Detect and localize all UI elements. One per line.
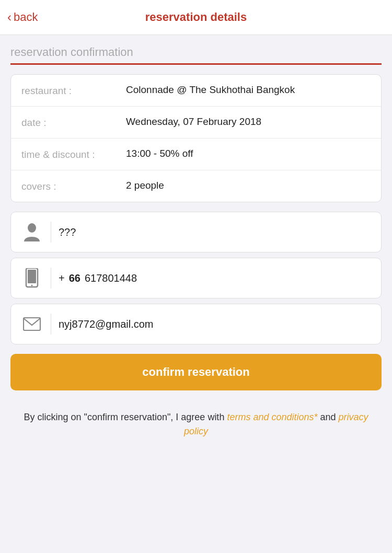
email-value: nyj8772@gmail.com (59, 318, 372, 330)
time-row: time & discount : 13:00 - 50% off (11, 139, 381, 170)
reservation-details-card: restaurant : Colonnade @ The Sukhothai B… (10, 74, 382, 202)
icon-divider (51, 314, 51, 335)
phone-plus: + (59, 272, 65, 284)
covers-label: covers : (21, 180, 126, 192)
name-value: ??? (59, 226, 372, 238)
covers-value: 2 people (126, 180, 371, 191)
restaurant-label: restaurant : (21, 84, 126, 97)
section-header: reservation confirmation (0, 35, 392, 63)
time-value: 13:00 - 50% off (126, 148, 371, 159)
time-label: time & discount : (21, 148, 126, 160)
date-label: date : (21, 116, 126, 129)
covers-row: covers : 2 people (11, 170, 381, 202)
icon-divider (51, 222, 51, 243)
footer: By clicking on "confirm reservation", I … (0, 400, 392, 454)
date-value: Wednesday, 07 February 2018 (126, 116, 371, 128)
svg-point-0 (28, 223, 36, 233)
back-button[interactable]: ‹ back (7, 10, 38, 25)
svg-point-3 (31, 285, 33, 286)
section-label: reservation confirmation (10, 45, 133, 59)
restaurant-row: restaurant : Colonnade @ The Sukhothai B… (11, 75, 381, 107)
date-row: date : Wednesday, 07 February 2018 (11, 107, 381, 139)
header: ‹ back reservation details (0, 0, 392, 35)
page-title: reservation details (145, 10, 247, 24)
red-divider (10, 63, 382, 65)
back-chevron-icon: ‹ (7, 10, 11, 25)
confirm-button-label: confirm reservation (142, 365, 249, 378)
confirm-reservation-button[interactable]: confirm reservation (10, 354, 382, 390)
footer-text-before: By clicking on "confirm reservation", I … (24, 412, 227, 422)
phone-card[interactable]: + 66 617801448 (10, 258, 382, 298)
phone-row: + 66 617801448 (59, 272, 137, 284)
person-icon (20, 221, 43, 244)
phone-icon (20, 267, 43, 290)
restaurant-value: Colonnade @ The Sukhothai Bangkok (126, 84, 371, 96)
email-icon (20, 313, 43, 336)
footer-text-middle: and (317, 412, 338, 422)
icon-divider (51, 268, 51, 289)
name-card[interactable]: ??? (10, 212, 382, 252)
svg-rect-2 (28, 270, 36, 283)
phone-code: 66 (69, 272, 80, 284)
phone-number: 617801448 (85, 272, 137, 284)
email-card[interactable]: nyj8772@gmail.com (10, 304, 382, 344)
back-label: back (14, 10, 38, 24)
terms-link[interactable]: terms and conditions* (227, 412, 317, 422)
